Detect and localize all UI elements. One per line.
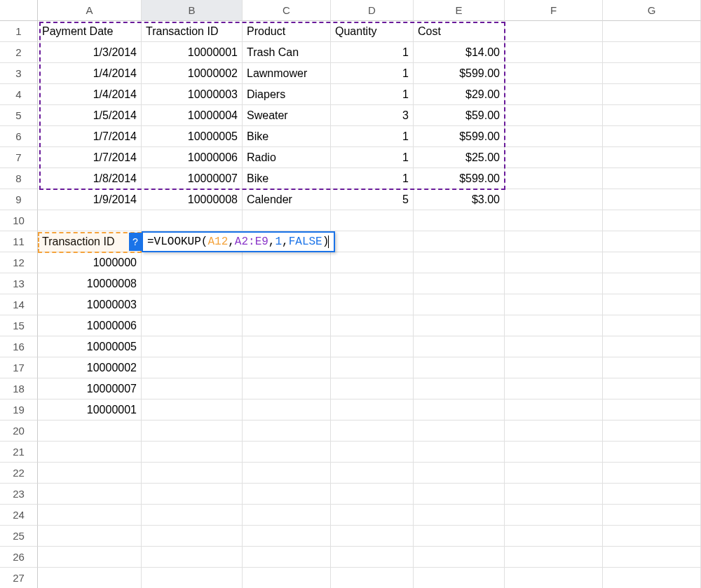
cell-D16[interactable]	[331, 336, 414, 357]
cell-F1[interactable]	[505, 21, 603, 42]
cell-E1[interactable]: Cost	[414, 21, 505, 42]
cell-A7[interactable]: 1/7/2014	[38, 147, 142, 168]
cell-D15[interactable]	[331, 315, 414, 336]
cell-G18[interactable]	[603, 378, 701, 399]
row-header-8[interactable]: 8	[0, 168, 38, 189]
row-header-5[interactable]: 5	[0, 105, 38, 126]
cell-A27[interactable]	[38, 568, 142, 588]
cell-A9[interactable]: 1/9/2014	[38, 189, 142, 210]
spreadsheet-grid[interactable]: ABCDEFG1Payment DateTransaction IDProduc…	[0, 0, 701, 588]
cell-B21[interactable]	[142, 442, 243, 463]
cell-E25[interactable]	[414, 526, 505, 547]
cell-C4[interactable]: Diapers	[243, 84, 331, 105]
cell-D5[interactable]: 3	[331, 105, 414, 126]
cell-D9[interactable]: 5	[331, 189, 414, 210]
cell-G9[interactable]	[603, 189, 701, 210]
cell-A21[interactable]	[38, 442, 142, 463]
cell-F8[interactable]	[505, 168, 603, 189]
cell-B9[interactable]: 10000008	[142, 189, 243, 210]
cell-A3[interactable]: 1/4/2014	[38, 63, 142, 84]
cell-A1[interactable]: Payment Date	[38, 21, 142, 42]
cell-D13[interactable]	[331, 273, 414, 294]
cell-C9[interactable]: Calender	[243, 189, 331, 210]
row-header-18[interactable]: 18	[0, 378, 38, 399]
cell-F18[interactable]	[505, 378, 603, 399]
cell-C18[interactable]	[243, 378, 331, 399]
cell-G17[interactable]	[603, 357, 701, 378]
cell-D26[interactable]	[331, 547, 414, 568]
cell-E20[interactable]	[414, 421, 505, 442]
cell-C15[interactable]	[243, 315, 331, 336]
cell-E15[interactable]	[414, 315, 505, 336]
cell-G24[interactable]	[603, 505, 701, 526]
formula-editor[interactable]: =VLOOKUP(A12,A2:E9,1,FALSE)	[142, 231, 335, 252]
cell-A25[interactable]	[38, 526, 142, 547]
cell-A14[interactable]: 10000003	[38, 294, 142, 315]
cell-E23[interactable]	[414, 484, 505, 505]
cell-A20[interactable]	[38, 421, 142, 442]
cell-F19[interactable]	[505, 399, 603, 421]
cell-B19[interactable]	[142, 399, 243, 421]
cell-F25[interactable]	[505, 526, 603, 547]
cell-A6[interactable]: 1/7/2014	[38, 126, 142, 147]
cell-D20[interactable]	[331, 421, 414, 442]
row-header-22[interactable]: 22	[0, 463, 38, 484]
cell-G5[interactable]	[603, 105, 701, 126]
cell-C5[interactable]: Sweater	[243, 105, 331, 126]
cell-B2[interactable]: 10000001	[142, 42, 243, 63]
cell-G19[interactable]	[603, 399, 701, 421]
cell-F9[interactable]	[505, 189, 603, 210]
cell-F14[interactable]	[505, 294, 603, 315]
cell-C21[interactable]	[243, 442, 331, 463]
row-header-27[interactable]: 27	[0, 568, 38, 588]
cell-D24[interactable]	[331, 505, 414, 526]
row-header-26[interactable]: 26	[0, 547, 38, 568]
row-header-1[interactable]: 1	[0, 21, 38, 42]
cell-E4[interactable]: $29.00	[414, 84, 505, 105]
cell-D8[interactable]: 1	[331, 168, 414, 189]
cell-G4[interactable]	[603, 84, 701, 105]
cell-G1[interactable]	[603, 21, 701, 42]
cell-F22[interactable]	[505, 463, 603, 484]
cell-D12[interactable]	[331, 252, 414, 273]
row-header-16[interactable]: 16	[0, 336, 38, 357]
cell-F13[interactable]	[505, 273, 603, 294]
cell-B5[interactable]: 10000004	[142, 105, 243, 126]
cell-E6[interactable]: $599.00	[414, 126, 505, 147]
row-header-9[interactable]: 9	[0, 189, 38, 210]
cell-B10[interactable]	[142, 210, 243, 231]
cell-D18[interactable]	[331, 378, 414, 399]
cell-G23[interactable]	[603, 484, 701, 505]
cell-B12[interactable]	[142, 252, 243, 273]
row-header-19[interactable]: 19	[0, 399, 38, 421]
cell-A11[interactable]: Transaction ID	[38, 231, 142, 252]
cell-F27[interactable]	[505, 568, 603, 588]
select-all-corner[interactable]	[0, 0, 38, 21]
cell-B17[interactable]	[142, 357, 243, 378]
cell-D22[interactable]	[331, 463, 414, 484]
cell-A10[interactable]	[38, 210, 142, 231]
cell-G22[interactable]	[603, 463, 701, 484]
cell-C24[interactable]	[243, 505, 331, 526]
cell-F4[interactable]	[505, 84, 603, 105]
column-header-E[interactable]: E	[414, 0, 505, 21]
cell-C1[interactable]: Product	[243, 21, 331, 42]
cell-A12[interactable]: 1000000	[38, 252, 142, 273]
cell-G11[interactable]	[603, 231, 701, 252]
cell-D17[interactable]	[331, 357, 414, 378]
cell-D7[interactable]: 1	[331, 147, 414, 168]
cell-G10[interactable]	[603, 210, 701, 231]
cell-B14[interactable]	[142, 294, 243, 315]
cell-F7[interactable]	[505, 147, 603, 168]
cell-E3[interactable]: $599.00	[414, 63, 505, 84]
row-header-20[interactable]: 20	[0, 421, 38, 442]
cell-E27[interactable]	[414, 568, 505, 588]
cell-D4[interactable]: 1	[331, 84, 414, 105]
row-header-7[interactable]: 7	[0, 147, 38, 168]
cell-E24[interactable]	[414, 505, 505, 526]
row-header-11[interactable]: 11	[0, 231, 38, 252]
column-header-B[interactable]: B	[142, 0, 243, 21]
cell-D23[interactable]	[331, 484, 414, 505]
row-header-23[interactable]: 23	[0, 484, 38, 505]
cell-D10[interactable]	[331, 210, 414, 231]
